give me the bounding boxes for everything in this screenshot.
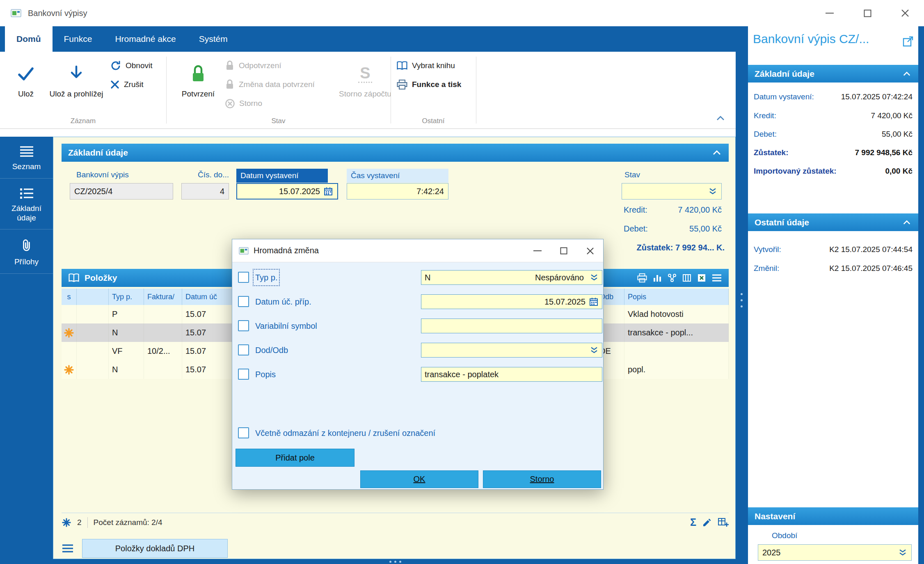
tab-domu[interactable]: Domů (5, 26, 53, 52)
cancel-record-button[interactable]: Zrušit (110, 76, 144, 93)
variabilni-symbol-field[interactable] (421, 319, 602, 333)
chart-icon[interactable] (652, 273, 662, 283)
field-label-popis[interactable]: Popis (255, 368, 276, 381)
cell-datum: 15.07 (182, 342, 236, 360)
window-controls (811, 0, 924, 26)
select-book-label: Vybrat knihu (412, 61, 455, 70)
datum-uc-prip-field[interactable]: 15.07.2025 (421, 294, 602, 309)
minimize-button[interactable] (811, 0, 849, 26)
number-to-field[interactable]: 4 (181, 183, 229, 199)
dph-items-button[interactable]: Položky dokladů DPH (82, 539, 228, 558)
issue-time-field[interactable]: 7:42:24 (347, 183, 448, 199)
storno-zapoctu-button[interactable]: S Storno zápočtu (337, 56, 393, 118)
maximize-button[interactable] (849, 0, 886, 26)
bottom-drag-strip[interactable] (53, 559, 736, 564)
cancel-button[interactable]: Storno (483, 470, 601, 488)
chevron-up-icon[interactable] (711, 148, 722, 157)
save-and-view-button[interactable]: Ulož a prohlížej (48, 56, 105, 118)
col-header-typ[interactable]: Typ p. (109, 289, 144, 305)
sidebar-item-prilohy[interactable]: Přílohy (0, 229, 53, 274)
sidebar-item-label: Základní údaje (2, 204, 50, 223)
col-header-s[interactable]: s (62, 289, 77, 305)
edit-icon[interactable] (702, 518, 712, 527)
dod-odb-dropdown[interactable] (421, 343, 602, 358)
close-button[interactable] (577, 239, 603, 262)
ok-button[interactable]: OK (360, 470, 478, 488)
checkbox-popis[interactable] (238, 369, 249, 380)
col-header-sel[interactable] (77, 289, 109, 305)
col-header-datum[interactable]: Datum úč (182, 289, 236, 305)
checkbox-typ-p[interactable] (238, 272, 249, 283)
arrow-down-icon (68, 65, 85, 83)
number-to-label: Čís. do... (181, 170, 229, 179)
cell-popis (624, 342, 729, 360)
field-label-dod-odb[interactable]: Dod/Odb (255, 344, 288, 356)
open-external-icon[interactable] (902, 35, 914, 48)
include-unmark-label[interactable]: Včetně odmazání z kontejneru / zrušení o… (255, 427, 435, 439)
change-confirm-date-button[interactable]: Změna data potvrzení (225, 76, 315, 93)
issue-date-field[interactable]: 15.07.2025 (236, 183, 338, 199)
maximize-button[interactable] (551, 239, 577, 262)
checkbox-dod-odb[interactable] (238, 344, 249, 355)
sidebar-item-label: Seznam (12, 162, 41, 172)
close-button[interactable] (886, 0, 924, 26)
sidebar-item-zakladni-udaje[interactable]: Základní údaje (0, 179, 53, 230)
panel-splitter[interactable] (736, 26, 748, 564)
rp-row: Importovaný zůstatek: 0,00 Kč (754, 164, 913, 178)
columns-icon[interactable] (682, 273, 692, 283)
dropdown-icon[interactable] (590, 346, 599, 354)
checkbox-datum-uc-prip[interactable] (238, 296, 249, 307)
rp-other-title: Ostatní údaje (755, 218, 809, 227)
minimize-icon (826, 13, 834, 14)
unconfirm-button[interactable]: Odpotvrzení (225, 57, 281, 74)
field-label-typ-p[interactable]: Typ p. (255, 271, 277, 284)
popis-field[interactable]: transakce - poplatek (421, 367, 602, 382)
typ-p-dropdown[interactable]: N Nespárováno (421, 270, 602, 285)
period-dropdown[interactable]: 2025 (758, 544, 912, 561)
collapse-ribbon-button[interactable] (715, 113, 726, 123)
tab-system[interactable]: Systém (188, 26, 239, 52)
detail-list-icon (19, 188, 34, 199)
functions-print-button[interactable]: Funkce a tisk (396, 76, 461, 93)
chevron-up-icon[interactable] (902, 70, 912, 78)
sum-icon[interactable]: Σ (690, 517, 696, 527)
grid-add-icon[interactable] (718, 517, 729, 527)
issue-time-label: Čas vystavení (347, 169, 448, 183)
storno-button[interactable]: Storno (225, 95, 262, 112)
save-button[interactable]: Ulož (6, 56, 46, 118)
tab-funkce[interactable]: Funkce (53, 26, 104, 52)
tab-hromadne-akce[interactable]: Hromadné akce (103, 26, 187, 52)
bulk-change-dialog: Hromadná změna Typ p. N Nespárováno Datu… (232, 239, 604, 490)
calendar-icon[interactable] (323, 186, 333, 196)
menu-icon[interactable] (62, 543, 74, 553)
checkbox-include-unmark[interactable] (238, 427, 249, 438)
left-sidebar: Seznam Základní údaje Přílohy (0, 137, 53, 564)
checkbox-variabilni-symbol[interactable] (238, 320, 249, 331)
dropdown-icon[interactable] (590, 273, 599, 282)
excel-icon[interactable] (697, 273, 707, 283)
col-header-popis[interactable]: Popis (624, 289, 729, 305)
col-header-faktura[interactable]: Faktura/ (144, 289, 182, 305)
dialog-titlebar[interactable]: Hromadná změna (232, 239, 603, 262)
cell-datum: 15.07 (182, 360, 236, 379)
bank-statement-field[interactable]: CZ/2025/4 (70, 183, 173, 199)
confirm-button[interactable]: Potvrzení (174, 56, 222, 118)
hierarchy-icon[interactable] (667, 273, 677, 283)
menu-icon[interactable] (711, 273, 722, 282)
minimize-button[interactable] (524, 239, 551, 262)
dropdown-icon[interactable] (708, 187, 717, 195)
add-field-button[interactable]: Přidat pole (236, 449, 355, 467)
select-book-button[interactable]: Vybrat knihu (396, 57, 455, 74)
book-icon (68, 273, 80, 283)
state-dropdown[interactable] (622, 183, 722, 199)
field-label-datum-uc-prip[interactable]: Datum úč. příp. (255, 296, 311, 308)
cell-faktura (144, 305, 182, 323)
dropdown-icon[interactable] (898, 548, 907, 557)
calendar-icon[interactable] (589, 297, 599, 307)
sidebar-item-seznam[interactable]: Seznam (0, 137, 53, 179)
refresh-button[interactable]: Obnovit (110, 57, 152, 74)
print-icon[interactable] (637, 273, 647, 283)
check-icon (16, 66, 35, 82)
field-label-variabilni-symbol[interactable]: Variabilní symbol (255, 320, 317, 332)
chevron-up-icon[interactable] (902, 218, 912, 227)
